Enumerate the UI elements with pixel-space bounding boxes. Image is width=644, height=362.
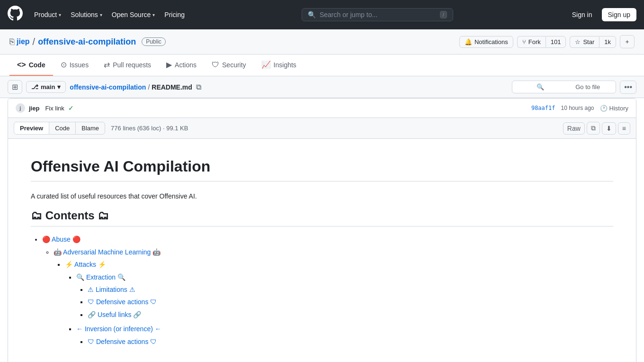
tab-actions[interactable]: ▶ Actions [159,54,204,76]
nav-links: Product ▾ Solutions ▾ Open Source ▾ Pric… [30,8,188,21]
security-icon: 🛡 [212,61,219,69]
list-item: ⚡ Attacks ⚡ 🔍 Extraction 🔍 ⚠ Limitations… [65,259,613,347]
readme-title: Offensive AI Compilation [31,158,613,181]
copy-path-button[interactable]: ⧉ [194,82,203,92]
star-group: ☆ Star 1k [570,36,616,48]
visibility-badge: Public [142,37,166,46]
github-logo[interactable] [8,6,23,24]
chevron-down-icon: ▾ [152,12,155,18]
repo-name-link[interactable]: offensive-ai-compilation [38,37,136,47]
nav-pricing[interactable]: Pricing [161,8,188,21]
contents-subsublist: ⚡ Attacks ⚡ 🔍 Extraction 🔍 ⚠ Limitations… [54,259,613,347]
file-path-current: README.md [152,83,192,91]
breadcrumb-separator: / [33,36,36,47]
go-to-file-button[interactable]: 🔍 Go to file [512,81,616,93]
top-navigation: Product ▾ Solutions ▾ Open Source ▾ Pric… [0,0,644,29]
insights-icon: 📈 [261,60,271,69]
commit-hash[interactable]: 98aaf1f [531,105,555,111]
inversion-link[interactable]: ← Inversion (or inference) ← [76,325,161,333]
nav-product[interactable]: Product ▾ [30,8,65,21]
file-view-tabs: Preview Code Blame [14,122,105,135]
contents-heading: 🗂 Contents 🗂 [31,209,613,226]
search-bar[interactable]: 🔍 / [302,8,453,21]
repo-owner-link[interactable]: jiep [17,37,30,46]
plus-icon: ＋ [624,37,630,46]
code-icon: <> [17,61,26,69]
contents-sublist: 🤖 Adversarial Machine Learning 🤖 ⚡ Attac… [42,247,613,347]
list-item: ⚠ Limitations ⚠ [88,284,613,295]
file-container: j jiep Fix link ✓ 98aaf1f 10 hours ago 🕐… [8,98,636,362]
file-view-tab-area: Preview Code Blame 776 lines (636 loc) ·… [14,122,188,135]
inversion-defensive-link[interactable]: 🛡 Defensive actions 🛡 [88,338,157,345]
star-icon: ☆ [575,38,581,45]
notifications-button[interactable]: 🔔 Notifications [459,36,513,48]
copy-content-button[interactable]: ⧉ [587,122,600,135]
list-item: 🔗 Useful links 🔗 [88,309,613,320]
limitations-link[interactable]: ⚠ Limitations ⚠ [88,286,135,293]
useful-links-link[interactable]: 🔗 Useful links 🔗 [88,311,141,318]
bell-icon: 🔔 [465,38,472,45]
copy-icon: ⧉ [196,83,201,91]
tab-code-view[interactable]: Code [49,122,76,135]
fork-button[interactable]: ⑂ Fork [517,36,546,48]
attacks-link[interactable]: ⚡ Attacks ⚡ [65,261,106,268]
raw-button[interactable]: Raw [563,122,585,135]
tab-blame[interactable]: Blame [75,122,105,135]
sidebar-toggle-button[interactable]: ⊞ [8,80,22,94]
repo-action-buttons: 🔔 Notifications ⑂ Fork 101 ☆ Star 1k ＋ [459,35,635,48]
extraction-link[interactable]: 🔍 Extraction 🔍 [76,273,125,281]
more-options-button[interactable]: ••• [620,81,636,94]
tab-insights[interactable]: 📈 Insights [254,54,304,76]
branch-selector[interactable]: ⎇ main ▾ [26,81,66,93]
history-button[interactable]: 🕐 History [600,105,628,112]
file-path-repo-link[interactable]: offensive-ai-compilation [70,83,146,91]
file-path: offensive-ai-compilation / README.md ⧉ [70,82,203,92]
search-input[interactable] [320,11,436,18]
commit-message: Fix link [45,105,64,112]
extraction-list: ⚠ Limitations ⚠ 🛡 Defensive actions 🛡 🔗 … [76,284,613,320]
tab-pull-requests[interactable]: ⇄ Pull requests [96,54,159,76]
avatar: j [16,103,25,113]
sign-up-button[interactable]: Sign up [602,8,636,21]
adversarial-ml-link[interactable]: 🤖 Adversarial Machine Learning 🤖 [54,248,161,256]
more-icon: ••• [624,83,632,91]
star-button[interactable]: ☆ Star [570,36,599,48]
contents-list: 🔴 Abuse 🔴 🤖 Adversarial Machine Learning… [31,234,613,347]
readme-subtitle: A curated list of useful resources that … [31,191,613,201]
search-shortcut: / [440,11,447,18]
defensive-actions-link[interactable]: 🛡 Defensive actions 🛡 [88,298,157,306]
tab-code[interactable]: <> Code [9,54,53,76]
fork-group: ⑂ Fork 101 [517,36,566,48]
table-of-contents-button[interactable]: ≡ [618,122,630,135]
chevron-down-icon: ▾ [59,12,61,18]
search-icon: 🔍 [308,11,316,18]
actions-icon: ▶ [166,60,172,69]
nav-open-source[interactable]: Open Source ▾ [108,8,159,21]
file-header-left: ⊞ ⎇ main ▾ offensive-ai-compilation / RE… [8,80,203,94]
commit-author[interactable]: jiep [29,105,39,112]
commit-time: 10 hours ago [561,105,594,111]
repo-icon: ⎘ [9,37,15,47]
nav-solutions[interactable]: Solutions ▾ [67,8,106,21]
commit-left: j jiep Fix link ✓ [16,103,74,113]
tab-security[interactable]: 🛡 Security [204,54,254,76]
star-count[interactable]: 1k [599,36,616,48]
readme-content: Offensive AI Compilation A curated list … [8,139,636,362]
file-header-right: 🔍 Go to file ••• [512,81,636,94]
commit-right: 98aaf1f 10 hours ago 🕐 History [531,105,628,112]
abuse-link[interactable]: 🔴 Abuse 🔴 [42,235,80,243]
list-item: 🔴 Abuse 🔴 🤖 Adversarial Machine Learning… [42,234,613,347]
inversion-list: 🛡 Defensive actions 🛡 [76,336,613,347]
file-browser-header: ⊞ ⎇ main ▾ offensive-ai-compilation / RE… [0,76,644,98]
repo-tabs: <> Code ⊙ Issues ⇄ Pull requests ▶ Actio… [0,54,644,76]
add-button[interactable]: ＋ [620,35,635,48]
tab-preview[interactable]: Preview [14,122,49,135]
copy-icon: ⧉ [591,124,596,132]
download-button[interactable]: ⬇ [602,122,616,135]
list-item: 🔍 Extraction 🔍 ⚠ Limitations ⚠ 🛡 Defensi… [76,272,613,320]
sign-in-button[interactable]: Sign in [566,9,598,21]
fork-count[interactable]: 101 [546,36,566,48]
list-icon: ≡ [622,125,626,132]
tab-issues[interactable]: ⊙ Issues [53,54,96,76]
issues-icon: ⊙ [61,60,67,69]
